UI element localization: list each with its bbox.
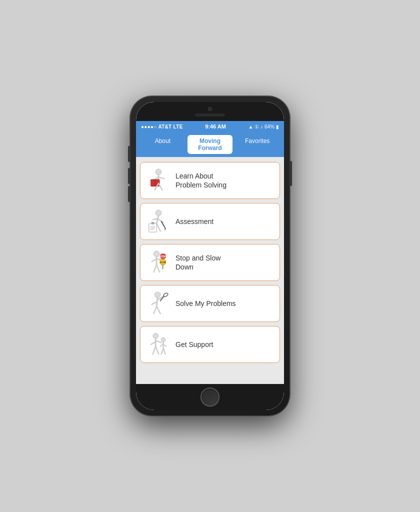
speaker: [195, 114, 225, 116]
menu-item-stop[interactable]: STOP SLOW Stop and SlowDown: [140, 244, 280, 281]
svg-line-38: [154, 306, 156, 314]
support-label: Get Support: [176, 340, 214, 349]
battery-icon: ▮: [276, 124, 279, 130]
svg-line-44: [153, 346, 156, 354]
battery-percentage: 64%: [264, 124, 274, 130]
svg-line-15: [156, 224, 160, 231]
svg-line-30: [154, 264, 156, 272]
menu-item-assessment[interactable]: Assessment: [140, 203, 280, 240]
learn-icon: [147, 168, 170, 193]
svg-point-32: [154, 292, 160, 298]
support-icon-area: [146, 332, 170, 358]
svg-line-7: [158, 184, 162, 190]
stop-icon: STOP SLOW: [147, 250, 170, 275]
camera: [208, 107, 212, 111]
stop-label: Stop and SlowDown: [176, 254, 220, 272]
tab-about[interactable]: About: [140, 135, 186, 154]
status-bar: ●●●●○ AT&T LTE 9:46 AM ▲ ① ♪ 64% ▮: [136, 121, 284, 132]
svg-line-3: [158, 177, 164, 178]
svg-text:SLOW: SLOW: [160, 262, 166, 264]
phone-screen-area: ●●●●○ AT&T LTE 9:46 AM ▲ ① ♪ 64% ▮ About…: [136, 102, 284, 410]
solve-icon: [147, 291, 170, 316]
svg-line-29: [152, 259, 157, 262]
assessment-label: Assessment: [176, 217, 214, 226]
svg-point-21: [154, 251, 160, 257]
menu-item-learn[interactable]: Learn AboutProblem Solving: [140, 162, 280, 199]
svg-point-0: [156, 169, 162, 175]
svg-line-45: [156, 346, 158, 354]
svg-text:STOP: STOP: [160, 256, 167, 258]
phone-bottom-hardware: [136, 384, 284, 410]
svg-line-31: [156, 264, 160, 272]
support-icon: [147, 332, 170, 357]
home-button[interactable]: [200, 388, 220, 406]
svg-line-51: [164, 348, 166, 354]
svg-marker-12: [164, 228, 166, 230]
solve-icon-area: [146, 290, 170, 316]
clock: 9:46 AM: [205, 124, 226, 130]
svg-rect-17: [152, 222, 154, 224]
menu-list: Learn AboutProblem Solving: [136, 157, 284, 384]
svg-line-39: [156, 306, 160, 314]
phone-device: ●●●●○ AT&T LTE 9:46 AM ▲ ① ♪ 64% ▮ About…: [130, 96, 290, 416]
svg-line-10: [158, 218, 164, 222]
assessment-icon-area: [146, 208, 170, 234]
learn-label: Learn AboutProblem Solving: [176, 172, 226, 190]
network-icons: ▲ ① ♪: [248, 124, 263, 130]
phone-top-hardware: [136, 102, 284, 121]
learn-icon-area: [146, 168, 170, 194]
status-icons: ▲ ① ♪ 64% ▮: [248, 124, 279, 130]
solve-label: Solve My Problems: [176, 299, 236, 308]
assessment-icon: [147, 209, 170, 234]
carrier-signal: ●●●●○ AT&T LTE: [141, 124, 183, 130]
svg-rect-16: [149, 224, 156, 232]
tab-favorites[interactable]: Favorites: [234, 135, 280, 154]
menu-item-solve[interactable]: Solve My Problems: [140, 285, 280, 322]
menu-item-support[interactable]: Get Support: [140, 326, 280, 363]
screen: ●●●●○ AT&T LTE 9:46 AM ▲ ① ♪ 64% ▮ About…: [136, 121, 284, 384]
navigation-tabs: About Moving Forward Favorites: [136, 132, 284, 157]
svg-line-43: [156, 340, 162, 342]
tab-moving-forward[interactable]: Moving Forward: [188, 135, 233, 154]
stop-icon-area: STOP SLOW: [146, 250, 170, 276]
svg-point-8: [156, 210, 162, 216]
svg-line-13: [153, 218, 158, 220]
